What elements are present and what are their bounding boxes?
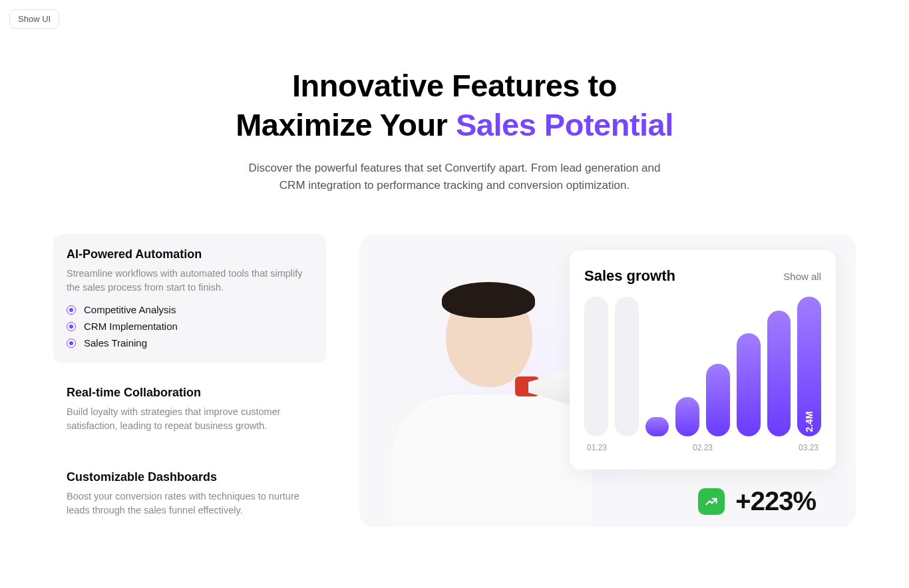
kpi-growth: +223% [698,486,816,516]
feature-title: AI-Powered Automation [67,247,313,261]
show-ui-button[interactable]: Show UI [9,9,59,29]
chart-bar [706,364,730,436]
feature-desc: Streamline workflows with automated tool… [67,267,313,295]
hero-title-line2a: Maximize Your [236,107,456,142]
trend-up-icon [698,488,725,515]
feature-card-dashboards[interactable]: Customizable Dashboards Boost your conve… [53,457,326,532]
kpi-growth-value: +223% [735,486,816,516]
bullet-item: Sales Training [67,337,313,349]
chart-bar [675,397,699,436]
chart-bar [737,333,761,436]
hero-title-line1: Innovative Features to [292,68,617,103]
feature-card-collaboration[interactable]: Real-time Collaboration Build loyalty wi… [53,372,326,448]
sales-growth-card: Sales growth Show all 2.4M 01.23 02.23 0… [570,250,836,470]
bullet-label: CRM Implementation [84,321,178,332]
person-hair-front [442,282,535,318]
chart-x-axis: 01.23 02.23 03.23 [584,443,821,452]
chart-bar [584,297,608,436]
x-axis-label: 01.23 [587,443,607,452]
feature-bullets: Competitive Analysis CRM Implementation … [67,304,313,349]
radio-dot-icon [67,305,76,315]
hero-title: Innovative Features to Maximize Your Sal… [0,67,909,145]
chart-bar [767,311,791,436]
feature-title: Real-time Collaboration [67,386,313,400]
feature-desc: Build loyalty with strategies that impro… [67,405,313,433]
x-axis-label: 03.23 [799,443,818,452]
feature-visual-panel: Sales growth Show all 2.4M 01.23 02.23 0… [359,234,856,527]
sales-bar-chart: 2.4M [584,297,821,436]
hero-subtitle: Discover the powerful features that set … [242,160,667,195]
x-axis-label: 02.23 [693,443,713,452]
feature-title: Customizable Dashboards [67,470,313,484]
hero-title-accent: Sales Potential [456,107,673,142]
features-list: AI-Powered Automation Streamline workflo… [53,234,326,541]
bullet-item: Competitive Analysis [67,304,313,315]
feature-desc: Boost your conversion rates with techniq… [67,490,313,517]
feature-card-ai-automation[interactable]: AI-Powered Automation Streamline workflo… [53,234,326,363]
hero-section: Innovative Features to Maximize Your Sal… [0,0,909,194]
show-all-link[interactable]: Show all [783,271,821,282]
chart-bar: 2.4M [797,297,821,436]
chart-bar [615,297,639,436]
radio-dot-icon [67,322,76,331]
chart-bar-peak-label: 2.4M [804,412,815,432]
bullet-label: Competitive Analysis [84,304,176,315]
bullet-item: CRM Implementation [67,321,313,332]
chart-bar [645,417,669,436]
sales-card-title: Sales growth [584,267,675,285]
radio-dot-icon [67,339,76,348]
bullet-label: Sales Training [84,337,147,349]
